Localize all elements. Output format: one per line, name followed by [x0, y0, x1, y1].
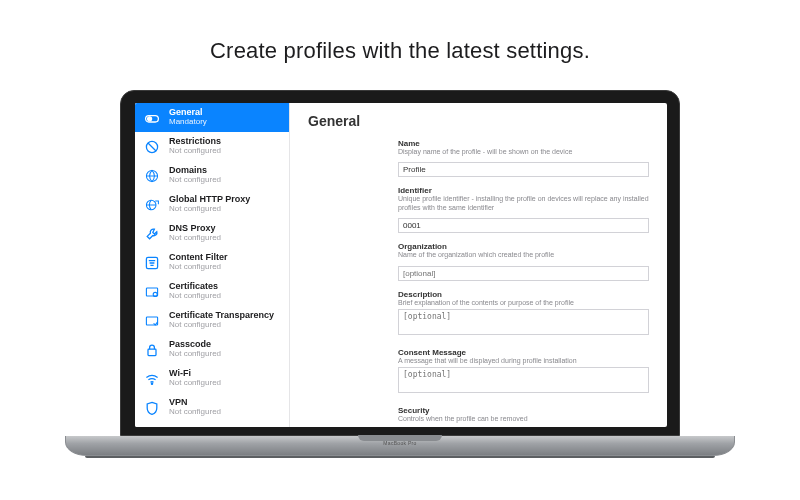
field-label: Organization	[398, 242, 649, 251]
field-group-identifier: Identifier Unique profile identifier - i…	[398, 186, 649, 233]
field-group-organization: Organization Name of the organization wh…	[398, 242, 649, 280]
laptop-foot	[85, 456, 715, 458]
sidebar-item-subtitle: Not configured	[169, 147, 221, 156]
sidebar-item-wi-fi[interactable]: Wi-FiNot configured	[135, 364, 289, 393]
svg-point-1	[148, 117, 152, 121]
svg-rect-9	[148, 349, 156, 355]
switch-icon	[143, 109, 161, 127]
sidebar-item-vpn[interactable]: VPNNot configured	[135, 393, 289, 422]
sidebar-item-domains[interactable]: DomainsNot configured	[135, 161, 289, 190]
sidebar-item-subtitle: Not configured	[169, 234, 221, 243]
no-entry-icon	[143, 138, 161, 156]
sidebar-item-certificates[interactable]: CertificatesNot configured	[135, 277, 289, 306]
field-help: Controls when the profile can be removed	[398, 415, 649, 423]
laptop-bezel: GeneralMandatoryRestrictionsNot configur…	[120, 90, 680, 436]
organization-input[interactable]	[398, 266, 649, 281]
field-help: Name of the organization which created t…	[398, 251, 649, 259]
lock-icon	[143, 341, 161, 359]
svg-point-10	[151, 383, 152, 384]
field-label: Description	[398, 290, 649, 299]
app-window: GeneralMandatoryRestrictionsNot configur…	[135, 103, 667, 427]
sidebar-item-text: Certificate TransparencyNot configured	[169, 311, 274, 330]
settings-main: General Name Display name of the profile…	[290, 103, 667, 427]
field-group-description: Description Brief explanation of the con…	[398, 290, 649, 339]
sidebar-item-passcode[interactable]: PasscodeNot configured	[135, 335, 289, 364]
wifi-icon	[143, 370, 161, 388]
field-label: Identifier	[398, 186, 649, 195]
name-input[interactable]	[398, 162, 649, 177]
sidebar-item-text: DNS ProxyNot configured	[169, 224, 221, 243]
sidebar-item-text: Wi-FiNot configured	[169, 369, 221, 388]
sidebar-item-airplay[interactable]: AirPlayNot configured	[135, 422, 289, 427]
description-textarea[interactable]	[398, 309, 649, 335]
sidebar-item-text: PasscodeNot configured	[169, 340, 221, 359]
consent-textarea[interactable]	[398, 367, 649, 393]
field-help: Unique profile identifier - installing t…	[398, 195, 649, 212]
shield-icon	[143, 399, 161, 417]
sidebar-item-subtitle: Not configured	[169, 205, 250, 214]
field-group-name: Name Display name of the profile - will …	[398, 139, 649, 177]
sidebar-item-text: DomainsNot configured	[169, 166, 221, 185]
field-help: Brief explanation of the contents or pur…	[398, 299, 649, 307]
sidebar-item-subtitle: Mandatory	[169, 118, 207, 127]
field-help: A message that will be displayed during …	[398, 357, 649, 365]
sidebar-item-subtitle: Not configured	[169, 263, 228, 272]
sidebar-item-general[interactable]: GeneralMandatory	[135, 103, 289, 132]
field-label: Security	[398, 406, 649, 415]
globe-icon	[143, 167, 161, 185]
globe-arrow-icon	[143, 196, 161, 214]
sidebar-item-certificate-transparency[interactable]: Certificate TransparencyNot configured	[135, 306, 289, 335]
sidebar-item-text: VPNNot configured	[169, 398, 221, 417]
page-heading: Create profiles with the latest settings…	[210, 38, 590, 64]
laptop-base: MacBook Pro	[65, 436, 735, 456]
sidebar-item-text: CertificatesNot configured	[169, 282, 221, 301]
settings-form: Name Display name of the profile - will …	[308, 139, 649, 427]
sidebar-item-subtitle: Not configured	[169, 350, 221, 359]
sidebar-item-subtitle: Not configured	[169, 321, 274, 330]
certificate-icon	[143, 283, 161, 301]
sidebar-item-subtitle: Not configured	[169, 292, 221, 301]
sidebar-item-subtitle: Not configured	[169, 408, 221, 417]
wrench-icon	[143, 225, 161, 243]
main-section-title: General	[308, 113, 649, 129]
sidebar-item-text: Global HTTP ProxyNot configured	[169, 195, 250, 214]
identifier-input[interactable]	[398, 218, 649, 233]
sidebar-item-subtitle: Not configured	[169, 176, 221, 185]
field-group-consent: Consent Message A message that will be d…	[398, 348, 649, 397]
laptop-brand: MacBook Pro	[383, 440, 416, 446]
filter-icon	[143, 254, 161, 272]
laptop-frame: GeneralMandatoryRestrictionsNot configur…	[120, 90, 680, 458]
field-group-security: Security Controls when the profile can b…	[398, 406, 649, 427]
field-help: Display name of the profile - will be sh…	[398, 148, 649, 156]
sidebar-item-text: RestrictionsNot configured	[169, 137, 221, 156]
field-label: Consent Message	[398, 348, 649, 357]
sidebar-item-text: Content FilterNot configured	[169, 253, 228, 272]
sidebar-item-content-filter[interactable]: Content FilterNot configured	[135, 248, 289, 277]
settings-sidebar: GeneralMandatoryRestrictionsNot configur…	[135, 103, 290, 427]
sidebar-item-restrictions[interactable]: RestrictionsNot configured	[135, 132, 289, 161]
field-label: Name	[398, 139, 649, 148]
certificate-check-icon	[143, 312, 161, 330]
sidebar-item-subtitle: Not configured	[169, 379, 221, 388]
sidebar-item-text: GeneralMandatory	[169, 108, 207, 127]
sidebar-item-dns-proxy[interactable]: DNS ProxyNot configured	[135, 219, 289, 248]
sidebar-item-global-http-proxy[interactable]: Global HTTP ProxyNot configured	[135, 190, 289, 219]
